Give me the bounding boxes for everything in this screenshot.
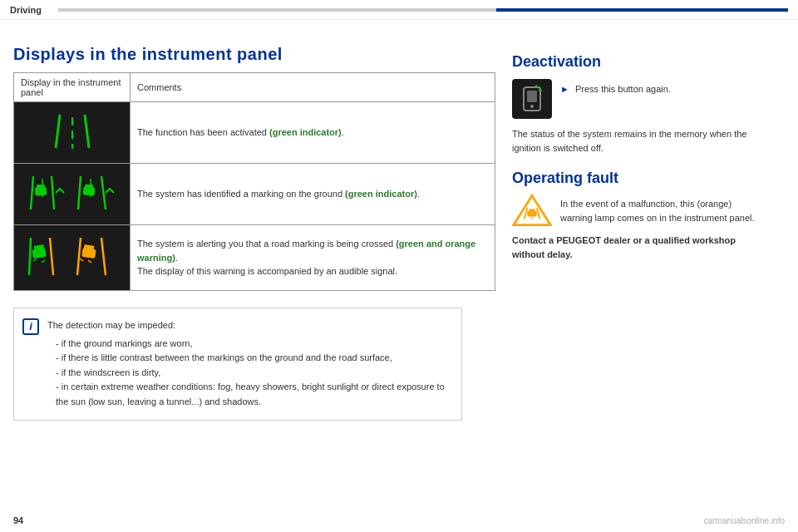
icon-cell-1 [14, 102, 131, 164]
svg-line-24 [101, 238, 106, 275]
operating-fault-title: Operating fault [512, 170, 761, 187]
lane-icon-3 [27, 234, 118, 279]
right-column: Deactivation ► Press this button again. [512, 28, 761, 421]
contact-text: Contact a PEUGEOT dealer or a qualified … [512, 234, 761, 261]
svg-line-27 [80, 259, 83, 261]
svg-line-12 [101, 176, 106, 209]
svg-rect-30 [527, 91, 537, 102]
svg-line-6 [52, 176, 54, 209]
comment-emphasis-2: (green indicator) [345, 189, 417, 199]
deactivation-status: The status of the system remains in the … [512, 127, 761, 155]
lane-icon-2 [27, 172, 118, 214]
fault-triangle-icon [512, 193, 552, 228]
lane-icon-1 [47, 111, 97, 152]
main-content: Displays in the instrument panel Display… [0, 20, 798, 429]
col1-header: Display in the instrument panel [14, 73, 131, 102]
comment-cell-2: The system has identified a marking on t… [131, 164, 495, 225]
svg-point-31 [530, 105, 534, 108]
svg-line-28 [88, 260, 91, 263]
svg-line-1 [85, 115, 89, 148]
list-item: if the ground markings are worn, [56, 337, 450, 352]
icon-cell-3 [14, 225, 131, 291]
comment-emphasis-3a: (green and orange warning) [137, 239, 475, 263]
svg-line-17 [29, 238, 31, 275]
comment-cell-1: The function has been activated (green i… [131, 102, 495, 164]
phone-icon [517, 84, 547, 114]
comment-cell-3: The system is alerting you that a road m… [131, 225, 495, 291]
deactivation-text: ► Press this button again. [560, 79, 671, 96]
list-item: if there is little contrast between the … [56, 351, 450, 366]
list-item: in certain extreme weather conditions: f… [56, 380, 450, 409]
svg-line-5 [31, 176, 33, 209]
fault-row: In the event of a malfunction, this (ora… [512, 195, 761, 225]
left-column: Displays in the instrument panel Display… [13, 28, 495, 421]
fault-text: In the event of a malfunction, this (ora… [560, 195, 761, 224]
fault-icon-box [512, 195, 552, 225]
info-box: i The detection may be impeded: if the g… [13, 308, 462, 421]
svg-line-0 [56, 115, 60, 148]
col2-header: Comments [131, 73, 495, 102]
table-row: The function has been activated (green i… [14, 102, 495, 164]
svg-rect-10 [36, 185, 44, 190]
svg-line-23 [77, 238, 81, 275]
deactivation-title: Deactivation [512, 53, 761, 71]
info-list: if the ground markings are worn, if ther… [47, 337, 450, 410]
panel-table: Display in the instrument panel Comments [13, 72, 495, 291]
svg-line-18 [50, 238, 53, 275]
deactivation-row: ► Press this button again. [512, 79, 761, 119]
svg-line-32 [535, 85, 537, 86]
header-title: Driving [10, 5, 42, 15]
svg-rect-40 [529, 209, 534, 213]
page-number: 94 [13, 515, 23, 525]
header-line [58, 8, 788, 12]
svg-rect-16 [84, 185, 92, 190]
arrow-icon: ► [560, 84, 569, 94]
header-bar: Driving [0, 0, 798, 20]
svg-line-21 [33, 259, 37, 261]
comment-emphasis-1: (green indicator) [269, 127, 342, 137]
svg-line-36 [525, 208, 528, 219]
table-row: The system has identified a marking on t… [14, 164, 495, 225]
svg-line-22 [42, 260, 45, 263]
phone-icon-box [512, 79, 552, 119]
icon-cell-2 [14, 164, 131, 225]
svg-line-37 [537, 208, 540, 219]
watermark: carmanualsonline.info [704, 516, 785, 525]
list-item: if the windscreen is dirty, [56, 366, 450, 381]
displays-section-title: Displays in the instrument panel [13, 45, 495, 64]
svg-line-11 [78, 176, 81, 209]
info-title: The detection may be impeded: [47, 318, 450, 333]
info-icon: i [22, 318, 39, 335]
table-row: The system is alerting you that a road m… [14, 225, 495, 291]
